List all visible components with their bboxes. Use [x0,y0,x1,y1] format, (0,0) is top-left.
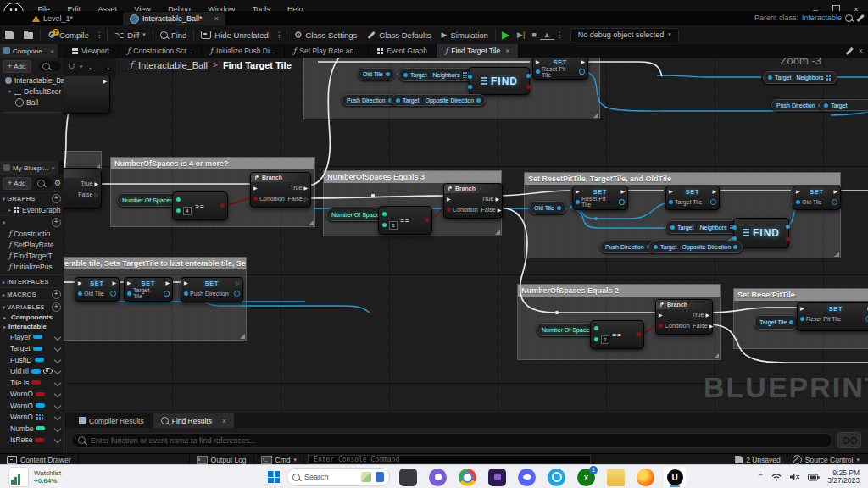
camera-app-icon[interactable] [429,469,447,486]
battery-icon[interactable] [808,474,820,481]
section-variables[interactable]: ▾VARIABLES+ [0,300,64,313]
chevron-down-icon[interactable] [54,345,61,352]
chrome-icon[interactable] [459,469,476,486]
simulation-button[interactable]: ▶ Simulation [437,25,493,44]
branch-node[interactable]: ↱Branch ▶True▶ ConditionFalse▶ [655,299,713,335]
equals-node[interactable]: 2 == [590,320,644,349]
blue-app-icon[interactable] [548,469,565,486]
search-icon[interactable] [845,14,853,22]
tree-item-ball[interactable]: Ball [0,97,64,108]
back-arrow-icon[interactable]: ← [87,62,97,72]
find-references-input[interactable] [71,433,832,448]
class-settings-button[interactable]: ⚙ Class Settings [289,25,363,44]
xbox-icon[interactable]: x1 [577,469,595,486]
set-target-tile-node[interactable]: ▶SET▶ Target Tile [665,186,720,210]
add-graph-icon[interactable]: + [52,194,61,203]
close-tab-icon[interactable]: × [505,47,509,55]
chevron-down-icon[interactable] [54,368,61,374]
section-functions[interactable]: ▾+ [0,215,64,228]
section-interfaces[interactable]: ▸INTERFACES [0,274,64,287]
wifi-icon[interactable] [771,473,782,481]
tab-find-target-tile[interactable]: ƒFind Target Tile× [437,44,519,58]
tab-viewport[interactable]: Viewport [64,44,119,58]
start-button[interactable] [268,471,280,483]
variable-category[interactable]: ▸Interactable [0,322,64,331]
debug-object-select[interactable]: No debug object selected▾ [570,28,679,42]
frame-skip-button[interactable]: ▶| [514,30,528,39]
gog-icon[interactable] [488,469,506,486]
branch-node[interactable]: ↱Branch ▶True▶ ConditionFalse▶ [443,183,503,219]
eye-icon[interactable] [43,368,53,374]
close-icon[interactable]: × [859,47,863,55]
add-macro-icon[interactable]: + [52,290,61,299]
close-icon[interactable]: × [51,164,55,172]
hide-unrelated-button[interactable]: Hide Unrelated [196,25,273,44]
function-item[interactable]: ƒFindTargetT [0,250,64,261]
variable-row[interactable]: WornO [0,389,64,401]
compile-button[interactable]: ⚙ Compile [42,25,94,44]
blueprint-graph-canvas[interactable]: BLUEPRINT Zoom -3 NumberOfSpaces is 4 or… [64,58,868,413]
taskbar-search[interactable]: Search [287,468,390,486]
variable-row[interactable]: Target [0,343,64,355]
get-opposite-direction-node[interactable]: Target Opposite Direction [648,241,743,253]
edit-icon[interactable] [857,14,865,22]
variable-row[interactable]: OldTil [0,366,64,378]
chevron-down-icon[interactable] [54,380,61,386]
get-push-direction-node[interactable]: Push Direction [342,94,398,106]
variable-row[interactable]: Player [0,331,64,343]
get-target-tile-node[interactable]: Target Tile [754,315,798,330]
search-button[interactable] [837,432,861,448]
find-button[interactable]: Find [155,25,192,44]
get-target-node[interactable]: Target [819,99,868,111]
chevron-down-icon[interactable] [54,425,61,432]
tab-set-play-rate[interactable]: ƒSet Play Rate an... [285,44,369,58]
breadcrumb-root[interactable]: Interactable_Ball [138,60,208,70]
function-item[interactable]: ƒConstructio [0,228,64,239]
source-control-button[interactable]: Source Control▾ [793,455,860,464]
browser-icon[interactable] [637,469,654,486]
branch-node[interactable]: ↱Branch ▶True▶ ConditionFalse▷ [250,172,311,208]
class-defaults-button[interactable]: Class Defaults [362,25,436,44]
set-target-tile-node[interactable]: ▶SET▶ Target Tile [124,277,173,302]
variable-row[interactable]: IsRese [0,435,64,446]
add-blueprint-item-button[interactable]: +Add [3,177,31,190]
bookmark-icon[interactable]: ⛉ [69,63,75,72]
add-variable-icon[interactable]: + [52,302,61,312]
variable-row[interactable]: WornO [0,412,64,424]
tab-compiler-results[interactable]: Compiler Results [71,413,152,428]
forward-arrow-icon[interactable]: → [102,62,111,72]
discord-icon[interactable] [518,469,536,486]
close-tab-icon[interactable]: × [222,417,226,425]
add-function-icon[interactable]: + [52,218,61,227]
set-push-direction-node[interactable]: ▶SET▷ Push Direction [181,277,243,302]
stop-button[interactable]: ■ [528,30,539,39]
chevron-down-icon[interactable] [54,436,61,443]
taskbar-clock[interactable]: 9:25 PM3/27/2023 [827,469,860,485]
chevron-down-icon[interactable] [54,413,61,420]
hide-unrelated-options-icon[interactable]: ⋮ [274,30,285,39]
greater-equal-node[interactable]: 4 >= [172,191,228,220]
get-neighbors-node[interactable]: Target Neighbors [665,220,741,234]
chevron-down-icon[interactable] [54,402,61,409]
chevron-down-icon[interactable] [54,334,61,341]
equals-node[interactable]: 3 == [378,206,432,235]
variable-row[interactable]: WornO [0,400,64,412]
chevron-down-icon[interactable]: ▾ [80,64,83,70]
tab-event-graph[interactable]: Event Graph [369,44,437,58]
variable-category[interactable]: ▸Components [0,313,64,322]
widgets-button[interactable]: Watchlist+0.64% [0,467,70,487]
diff-button[interactable]: ⌥ Diff▾ [109,25,151,44]
tree-item-scene[interactable]: ▾ DefaultScer [0,86,64,97]
get-opposite-direction-node[interactable]: Target Opposite Direction [391,94,486,106]
chevron-down-icon[interactable] [54,391,61,397]
get-neighbors-node[interactable]: Target Neighbors [398,68,474,81]
variable-row[interactable]: Numbe [0,423,64,435]
close-icon[interactable]: × [50,47,54,55]
set-reset-pit-tile-node[interactable]: ▶SET▶ Reset Pit Tile [532,58,588,80]
save-button[interactable] [0,25,19,44]
close-tab-icon[interactable]: × [214,14,219,23]
chevron-down-icon[interactable] [54,357,61,363]
tray-expand-icon[interactable]: ⌃ [758,473,765,481]
tab-construction-script[interactable]: ƒConstruction Scr... [119,44,202,58]
unsaved-indicator[interactable]: 2 Unsaved [735,456,781,464]
